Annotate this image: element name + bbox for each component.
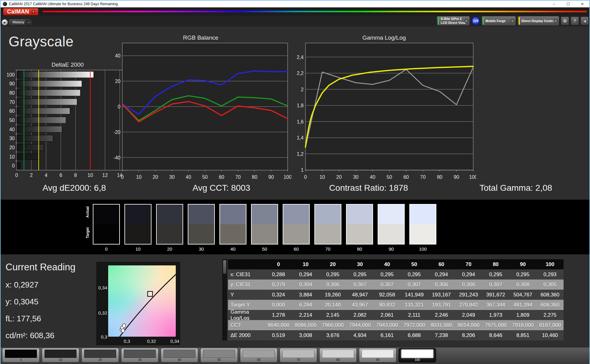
svg-text:-20: -20: [113, 130, 120, 135]
table-row-label: Gamma Log/Log: [228, 310, 265, 320]
svg-text:0: 0: [118, 104, 120, 109]
table-scrollbar[interactable]: [222, 259, 227, 340]
svg-text:0: 0: [304, 174, 307, 180]
level-button-40[interactable]: 40: [161, 348, 198, 362]
meter-dropdown[interactable]: X-Rite i1Pro 2LCD Direct View ▼: [437, 16, 470, 26]
svg-text:2: 2: [30, 173, 33, 178]
svg-text:50: 50: [9, 118, 15, 123]
table-cell: 20,140: [319, 300, 346, 310]
svg-text:30: 30: [9, 136, 15, 141]
cie-x-tick: 0,3: [124, 339, 130, 344]
table-cell: 2,145: [319, 310, 346, 320]
table-cell: 141,949: [401, 290, 428, 300]
minimize-icon[interactable]: –: [547, 1, 561, 7]
swatch-target: [315, 224, 341, 244]
svg-text:60: 60: [9, 108, 15, 114]
table-cell: 0,519: [265, 330, 292, 340]
table-cell: 6,161: [373, 330, 400, 340]
rgb-chart-title: RGB Balance: [110, 34, 291, 42]
table-cell: 7960,000: [319, 320, 346, 330]
swatch-actual: [283, 205, 309, 224]
level-button-70[interactable]: 70: [280, 348, 317, 362]
level-button-10[interactable]: 10: [42, 348, 79, 362]
swatch-actual: [125, 205, 151, 224]
swatch-cell: [156, 204, 183, 245]
collapse-icon[interactable]: ◀: [580, 17, 589, 25]
level-button-90[interactable]: 90: [359, 348, 396, 362]
page-title: Grayscale: [9, 33, 74, 50]
level-button-100[interactable]: 100: [399, 348, 436, 362]
chevron-down-icon: ▼: [553, 19, 558, 23]
svg-text:20: 20: [153, 174, 158, 180]
table-row-label: CCT: [228, 320, 265, 330]
display-control-dropdown[interactable]: Direct Display Control ▼: [517, 16, 559, 26]
play-icon[interactable]: ▶: [2, 19, 8, 25]
table-cell: 8014,000: [455, 320, 482, 330]
level-button-50[interactable]: 50: [200, 348, 238, 362]
level-button-20[interactable]: 20: [81, 348, 119, 362]
table-cell: 391,672: [482, 290, 509, 300]
svg-text:100: 100: [284, 174, 291, 180]
svg-text:0: 0: [12, 163, 15, 168]
table-cell: 0,295: [373, 269, 400, 280]
close-icon[interactable]: ✕: [575, 1, 589, 7]
svg-text:1,6: 1,6: [297, 119, 304, 124]
cie-y-tick: 0,3: [97, 334, 107, 339]
gear-icon[interactable]: ⚙: [561, 17, 569, 25]
meter-badge[interactable]: 229: [471, 17, 480, 25]
table-cell: 0,295: [346, 269, 373, 280]
table-cell: 1,973: [482, 310, 509, 320]
swatch: 30: [188, 204, 215, 252]
level-button-30[interactable]: 30: [121, 348, 159, 362]
add-tab-button[interactable]: +: [25, 20, 33, 25]
table-cell: 2,275: [537, 310, 564, 320]
level-label: 90: [359, 358, 396, 362]
table-cell: 270,842: [455, 300, 482, 310]
table-cell: 0,307: [482, 280, 509, 290]
table-cell: 0,294: [455, 269, 482, 280]
svg-text:50: 50: [387, 174, 392, 180]
level-button-60[interactable]: 60: [240, 348, 277, 362]
svg-text:60: 60: [219, 174, 224, 180]
svg-text:60: 60: [403, 174, 409, 180]
meter-line1: X-Rite i1Pro 2: [441, 17, 462, 21]
swatch-actual: [157, 205, 183, 224]
svg-text:0: 0: [15, 173, 18, 178]
level-label: 80: [320, 358, 356, 362]
svg-text:1: 1: [301, 167, 304, 173]
svg-text:10: 10: [9, 154, 15, 159]
table-row-label: y: CIE31: [228, 280, 265, 290]
svg-text:50: 50: [202, 174, 208, 180]
table-cell: 0,293: [537, 269, 564, 280]
table-cell: 2,214: [292, 310, 319, 320]
table-cell: 80,832: [373, 300, 400, 310]
source-dropdown[interactable]: Mobile Forge ▼: [482, 16, 516, 26]
table-cell: 3,008: [292, 330, 319, 340]
table-column-header: 80: [482, 259, 509, 269]
swatch-cell: [314, 204, 341, 245]
table-cell: 193,791: [428, 300, 455, 310]
swatch: 10: [124, 204, 151, 252]
svg-text:20: 20: [336, 174, 342, 180]
level-button-0[interactable]: 0: [2, 348, 40, 362]
level-label: 50: [201, 358, 238, 362]
calman-menu-button[interactable]: CalMAN ▼: [3, 8, 38, 15]
svg-text:20: 20: [9, 145, 15, 150]
help-icon[interactable]: ?: [571, 17, 579, 25]
table-row-label: x: CIE31: [228, 269, 265, 280]
table-cell: 0,279: [265, 280, 292, 290]
svg-text:2,2: 2,2: [297, 71, 304, 76]
svg-text:1,8: 1,8: [297, 103, 304, 108]
svg-text:2,4: 2,4: [297, 55, 304, 60]
source-line1: Mobile Forge: [486, 19, 505, 23]
scrollbar-thumb[interactable]: [223, 260, 226, 274]
maximize-icon[interactable]: ☐: [561, 1, 575, 7]
tab-row: ▶ History 1 + X-Rite i1Pro 2LCD Direct V…: [1, 16, 589, 26]
table-cell: 0,306: [455, 280, 482, 290]
bottom-bar: 0102030405060708090100 ▲ ■ ▶ [·] ∞ ⟳ « B…: [1, 347, 589, 364]
table-cell: 6,284: [292, 300, 319, 310]
table-cell: 2,049: [455, 310, 482, 320]
table-cell: 8,851: [509, 330, 536, 340]
svg-text:70: 70: [9, 100, 15, 105]
level-button-80[interactable]: 80: [319, 348, 357, 362]
